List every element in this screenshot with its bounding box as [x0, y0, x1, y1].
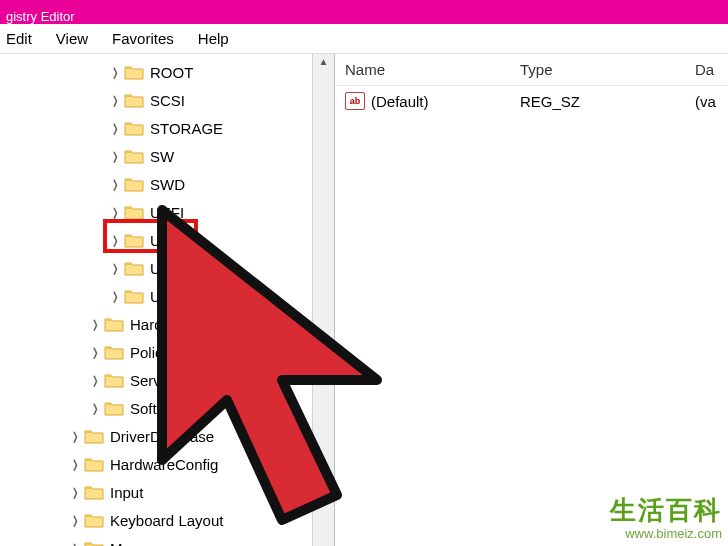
- tree-item-label: Keyboard Layout: [110, 512, 223, 529]
- column-data[interactable]: Da: [685, 61, 728, 78]
- folder-icon: [124, 92, 144, 108]
- value-name: (Default): [371, 93, 429, 110]
- tree-item[interactable]: ❯Policies: [0, 338, 334, 366]
- string-value-icon: ab: [345, 92, 365, 110]
- vertical-scrollbar[interactable]: [312, 54, 334, 546]
- expander-icon[interactable]: ❯: [70, 485, 80, 499]
- list-header: Name Type Da: [335, 54, 728, 86]
- tree-item[interactable]: ❯UEFI: [0, 198, 334, 226]
- tree-item-label: Policies: [130, 344, 182, 361]
- folder-icon: [104, 344, 124, 360]
- folder-icon: [124, 204, 144, 220]
- tree-item[interactable]: ❯SW: [0, 142, 334, 170]
- tree-item[interactable]: ❯DriverDatabase: [0, 422, 334, 450]
- tree-item[interactable]: ❯Maps: [0, 534, 334, 546]
- folder-icon: [124, 148, 144, 164]
- expander-icon[interactable]: ❯: [70, 429, 80, 443]
- expander-icon[interactable]: ❯: [110, 93, 120, 107]
- tree-item[interactable]: ❯USB: [0, 226, 334, 254]
- watermark-cn: 生活百科: [610, 495, 722, 526]
- folder-icon: [84, 428, 104, 444]
- expander-icon[interactable]: ❯: [110, 65, 120, 79]
- expander-icon[interactable]: ❯: [90, 401, 100, 415]
- titlebar[interactable]: gistry Editor: [0, 0, 728, 24]
- tree-item-label: SWD: [150, 176, 185, 193]
- tree-pane: ❯ROOT❯SCSI❯STORAGE❯SW❯SWD❯UEFI❯USB❯USBPR…: [0, 54, 335, 546]
- folder-icon: [84, 540, 104, 546]
- menu-help[interactable]: Help: [198, 30, 229, 47]
- tree-item-label: HardwareConfig: [110, 456, 218, 473]
- tree-item-label: Hardware Pro: [130, 316, 223, 333]
- tree-item-label: UEFI: [150, 204, 184, 221]
- menu-view[interactable]: View: [56, 30, 88, 47]
- tree-item-label: Services: [130, 372, 188, 389]
- value-type: REG_SZ: [510, 93, 685, 110]
- tree-item-label: Input: [110, 484, 143, 501]
- tree-item[interactable]: ❯Services: [0, 366, 334, 394]
- folder-icon: [104, 316, 124, 332]
- tree-item[interactable]: ❯SCSI: [0, 86, 334, 114]
- menubar: Edit View Favorites Help: [0, 24, 728, 54]
- column-name[interactable]: Name: [335, 61, 510, 78]
- expander-icon[interactable]: ❯: [110, 233, 120, 247]
- folder-icon: [84, 512, 104, 528]
- tree-item[interactable]: ❯USBPR: [0, 254, 334, 282]
- expander-icon[interactable]: ❯: [110, 121, 120, 135]
- folder-icon: [124, 120, 144, 136]
- tree-item[interactable]: ❯HardwareConfig: [0, 450, 334, 478]
- expander-icon[interactable]: ❯: [110, 177, 120, 191]
- tree-item[interactable]: ❯Keyboard Layout: [0, 506, 334, 534]
- folder-icon: [124, 176, 144, 192]
- expander-icon[interactable]: ❯: [70, 513, 80, 527]
- tree-item-label: SCSI: [150, 92, 185, 109]
- watermark-url: www.bimeiz.com: [610, 526, 722, 542]
- folder-icon: [124, 64, 144, 80]
- watermark: 生活百科 www.bimeiz.com: [610, 495, 722, 542]
- tree-item[interactable]: ❯Software: [0, 394, 334, 422]
- folder-icon: [84, 456, 104, 472]
- expander-icon[interactable]: ❯: [110, 205, 120, 219]
- tree-item-label: SW: [150, 148, 174, 165]
- expander-icon[interactable]: ❯: [110, 149, 120, 163]
- tree-item-label: USBSTO: [150, 288, 211, 305]
- tree-item-label: Software: [130, 400, 189, 417]
- tree-item[interactable]: ❯Hardware Pro: [0, 310, 334, 338]
- tree-item[interactable]: ❯SWD: [0, 170, 334, 198]
- tree-item[interactable]: ❯USBSTO: [0, 282, 334, 310]
- folder-icon: [124, 288, 144, 304]
- folder-icon: [124, 260, 144, 276]
- menu-favorites[interactable]: Favorites: [112, 30, 174, 47]
- value-data: (va: [685, 93, 728, 110]
- expander-icon[interactable]: ❯: [70, 457, 80, 471]
- tree-item-label: DriverDatabase: [110, 428, 214, 445]
- column-type[interactable]: Type: [510, 61, 685, 78]
- expander-icon[interactable]: ❯: [90, 317, 100, 331]
- folder-icon: [104, 400, 124, 416]
- expander-icon[interactable]: ❯: [70, 541, 80, 546]
- tree-item[interactable]: ❯STORAGE: [0, 114, 334, 142]
- folder-icon: [124, 232, 144, 248]
- tree-item-label: STORAGE: [150, 120, 223, 137]
- expander-icon[interactable]: ❯: [110, 261, 120, 275]
- registry-tree[interactable]: ❯ROOT❯SCSI❯STORAGE❯SW❯SWD❯UEFI❯USB❯USBPR…: [0, 54, 334, 546]
- folder-icon: [84, 484, 104, 500]
- expander-icon[interactable]: ❯: [90, 345, 100, 359]
- tree-item[interactable]: ❯ROOT: [0, 58, 334, 86]
- tree-item-label: USBPR: [150, 260, 202, 277]
- value-row[interactable]: ab(Default)REG_SZ(va: [335, 86, 728, 116]
- expander-icon[interactable]: ❯: [110, 289, 120, 303]
- menu-edit[interactable]: Edit: [6, 30, 32, 47]
- tree-item-label: Maps: [110, 540, 147, 547]
- tree-item-label: ROOT: [150, 64, 193, 81]
- folder-icon: [104, 372, 124, 388]
- tree-item-label: USB: [150, 232, 181, 249]
- values-pane: Name Type Da ab(Default)REG_SZ(va: [335, 54, 728, 546]
- expander-icon[interactable]: ❯: [90, 373, 100, 387]
- tree-item[interactable]: ❯Input: [0, 478, 334, 506]
- window-title: gistry Editor: [6, 9, 75, 24]
